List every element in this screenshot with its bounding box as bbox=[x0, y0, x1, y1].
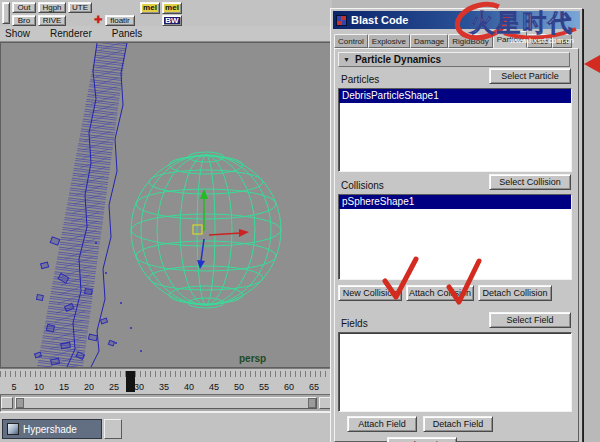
tab-misc[interactable]: Misc bbox=[527, 34, 551, 48]
timeline-tick: 40 bbox=[184, 382, 194, 392]
menu-show[interactable]: Show bbox=[5, 28, 30, 39]
fields-list[interactable] bbox=[338, 332, 572, 412]
timeline-tick: 15 bbox=[59, 382, 69, 392]
timeline-tick: 60 bbox=[284, 382, 294, 392]
viewport-menu-bar: Show Renderer Panels bbox=[0, 26, 332, 42]
blast-window-titlebar[interactable]: Blast Code bbox=[333, 11, 580, 29]
collapse-arrow-icon: ▼ bbox=[343, 56, 350, 63]
range-slider[interactable] bbox=[0, 394, 332, 412]
select-particle-button[interactable]: Select Particle bbox=[489, 68, 571, 84]
tab-list[interactable]: List bbox=[552, 34, 572, 48]
list-item-debris-particle[interactable]: DebrisParticleShape1 bbox=[339, 89, 571, 103]
select-field-button[interactable]: Select Field bbox=[489, 312, 571, 328]
hypershade-icon bbox=[7, 423, 19, 435]
shelf-button-bw[interactable]: BW bbox=[162, 15, 182, 26]
collisions-list[interactable]: pSphereShape1 bbox=[338, 194, 572, 280]
timeline-tick: 35 bbox=[159, 382, 169, 392]
shelf-button-ute[interactable]: UTE bbox=[68, 2, 92, 13]
timeline-tick: 30 bbox=[134, 382, 144, 392]
panel-minimize-box[interactable] bbox=[104, 419, 122, 439]
window-title: Blast Code bbox=[351, 14, 408, 26]
red-arrow-annotation bbox=[584, 55, 600, 73]
fields-label: Fields bbox=[341, 318, 368, 329]
shelf-button-mel-2[interactable]: mel bbox=[162, 2, 182, 14]
shelf-button-floatir[interactable]: floatir bbox=[105, 15, 135, 26]
particles-list[interactable]: DebrisParticleShape1 bbox=[338, 88, 572, 172]
menu-panels[interactable]: Panels bbox=[112, 28, 143, 39]
attach-collision-button[interactable]: Attach Collision bbox=[406, 285, 474, 301]
sphere-wireframe bbox=[131, 152, 281, 308]
hypershade-title: Hypershade bbox=[23, 424, 77, 435]
red-cross-icon: ✚ bbox=[94, 15, 104, 25]
timeline-tick: 10 bbox=[34, 382, 44, 392]
detach-field-button[interactable]: Detach Field bbox=[423, 416, 493, 432]
particle-tab-content: ▼ Particle Dynamics Particles Select Par… bbox=[334, 48, 579, 442]
timeline-tick: 20 bbox=[84, 382, 94, 392]
timeline-tick: 5 bbox=[11, 382, 16, 392]
list-item-psphere[interactable]: pSphereShape1 bbox=[339, 195, 571, 209]
range-start-handle[interactable] bbox=[1, 397, 13, 409]
collisions-label: Collisions bbox=[341, 180, 384, 191]
particles-label: Particles bbox=[341, 74, 379, 85]
attach-field-button[interactable]: Attach Field bbox=[347, 416, 417, 432]
menu-renderer[interactable]: Renderer bbox=[50, 28, 92, 39]
maya-application: Out Hgph UTE Bro RIVE ✚ floatir mel mel … bbox=[0, 0, 600, 442]
new-collision-button[interactable]: New Collision bbox=[338, 285, 402, 301]
shelf-tab-button[interactable] bbox=[2, 2, 10, 24]
timeline-tick: 55 bbox=[259, 382, 269, 392]
tab-control[interactable]: Control bbox=[334, 34, 368, 48]
range-slider-bar[interactable] bbox=[15, 397, 317, 409]
hypershade-panel-tab[interactable]: Hypershade bbox=[2, 419, 102, 439]
shelf-button-out[interactable]: Out bbox=[12, 2, 36, 13]
tab-explosive[interactable]: Explosive bbox=[368, 34, 410, 48]
range-grip-right[interactable] bbox=[308, 398, 316, 408]
shelf-button-hgph[interactable]: Hgph bbox=[38, 2, 66, 13]
detach-collision-button[interactable]: Detach Collision bbox=[478, 285, 552, 301]
bottom-panel-bar: Hypershade bbox=[0, 412, 332, 442]
tab-rigidbody[interactable]: RigidBody bbox=[448, 34, 492, 48]
shelf-button-mel-1[interactable]: mel bbox=[140, 2, 160, 14]
tab-damage[interactable]: Damage bbox=[410, 34, 448, 48]
shelf: Out Hgph UTE Bro RIVE ✚ floatir mel mel … bbox=[0, 0, 332, 26]
time-slider[interactable]: 5 10 15 20 25 30 35 40 45 50 55 60 65 bbox=[0, 368, 332, 394]
timeline-tick: 50 bbox=[234, 382, 244, 392]
timeline-tick: 65 bbox=[309, 382, 319, 392]
move-manipulator[interactable] bbox=[193, 189, 249, 269]
debris-wall-wireframe bbox=[34, 43, 142, 367]
range-grip-left[interactable] bbox=[16, 398, 24, 408]
tab-particle[interactable]: Particle bbox=[493, 31, 528, 48]
timeline-ticks-strip bbox=[0, 371, 332, 377]
select-collision-button[interactable]: Select Collision bbox=[489, 174, 571, 190]
viewport-scene bbox=[1, 43, 331, 367]
shelf-button-bro[interactable]: Bro bbox=[12, 15, 36, 26]
blast-code-icon bbox=[336, 15, 347, 26]
blast-code-window: Blast Code Control Explosive Damage Rigi… bbox=[330, 8, 583, 442]
blast-tab-bar: Control Explosive Damage RigidBody Parti… bbox=[334, 31, 579, 48]
particle-dynamics-header[interactable]: ▼ Particle Dynamics bbox=[338, 52, 570, 67]
timeline-tick: 25 bbox=[109, 382, 119, 392]
update-list-button[interactable]: Update List bbox=[387, 437, 457, 442]
timeline-tick: 45 bbox=[209, 382, 219, 392]
shelf-button-rive[interactable]: RIVE bbox=[38, 15, 66, 26]
perspective-viewport[interactable]: persp bbox=[0, 42, 332, 368]
camera-label: persp bbox=[239, 353, 266, 364]
